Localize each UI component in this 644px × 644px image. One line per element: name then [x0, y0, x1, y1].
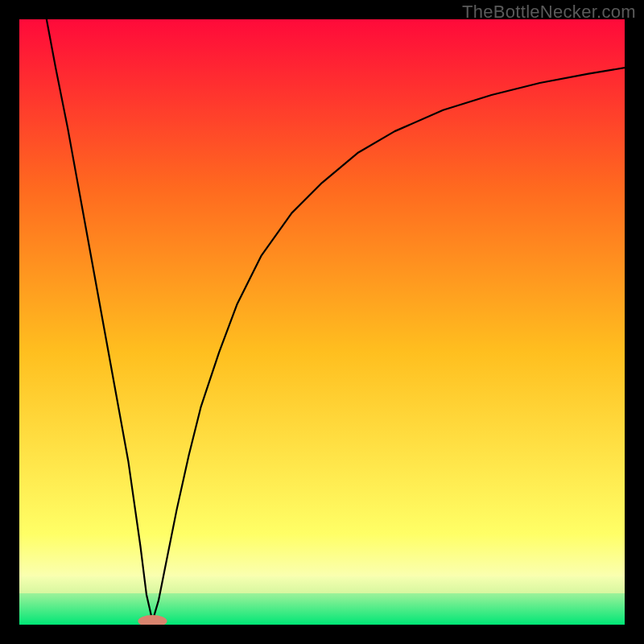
gradient-background	[19, 19, 625, 625]
chart-frame	[19, 19, 625, 625]
bottleneck-chart	[19, 19, 625, 625]
